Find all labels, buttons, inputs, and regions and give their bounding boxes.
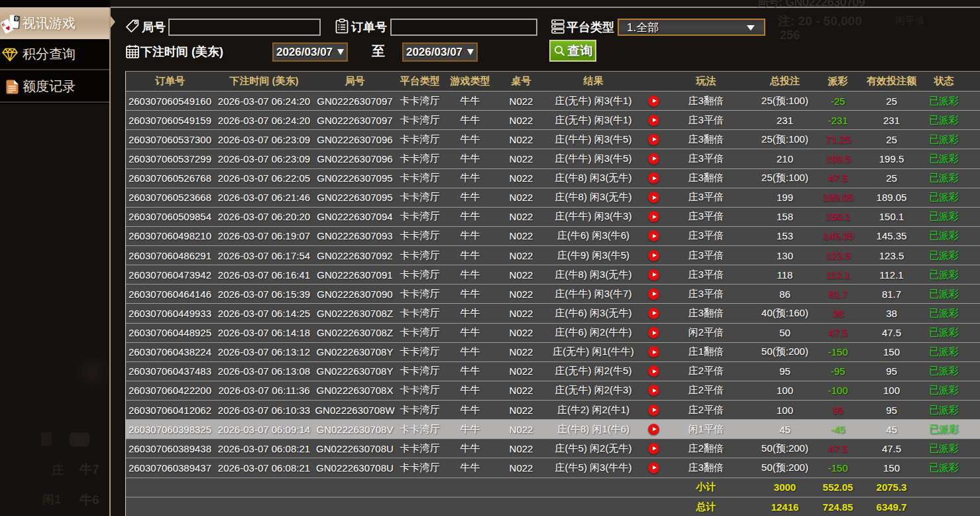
svg-text:9: 9 bbox=[15, 15, 19, 22]
